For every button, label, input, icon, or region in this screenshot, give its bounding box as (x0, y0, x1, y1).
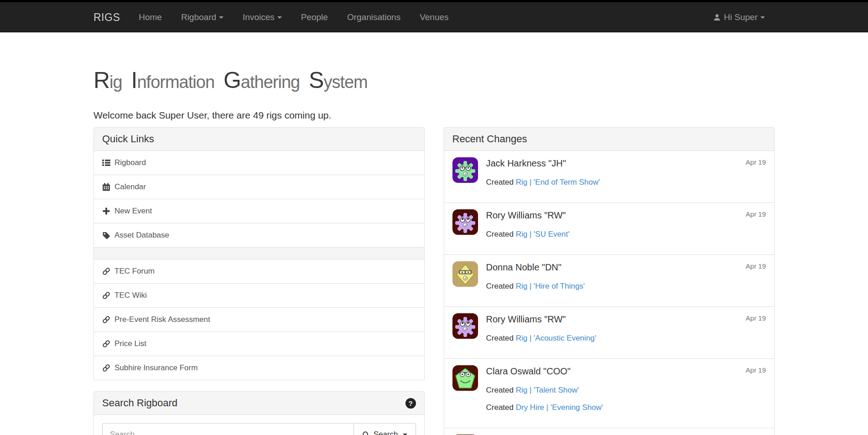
change-date: Apr 19 (746, 210, 766, 218)
recent-change-row: Clara Oswald "COO" Created Rig | 'Talent… (444, 358, 774, 428)
plus-icon (102, 207, 110, 215)
recent-change-row: Rory Williams "RW" Created Rig | 'Acoust… (444, 306, 774, 358)
user-icon (713, 3, 721, 33)
quick-links-list: Rigboard Calendar New Event Asset Databa… (94, 151, 424, 380)
change-action: Created Rig | 'SU Event' (486, 228, 766, 240)
brand-logo[interactable]: RIGS (94, 2, 129, 32)
change-date: Apr 19 (746, 158, 766, 166)
change-action: Created Rig | 'Talent Show' (486, 384, 766, 396)
link-icon (102, 364, 110, 372)
quick-links-panel: Quick Links Rigboard Calendar New Event (94, 127, 425, 380)
quick-links-header: Quick Links (94, 128, 424, 151)
navbar: RIGS Home Rigboard Invoices People Organ… (0, 2, 868, 32)
nav-item-invoices[interactable]: Invoices (233, 2, 291, 32)
person-name: Jack Harkness "JH" (486, 157, 766, 169)
avatar-monster-icon (452, 157, 478, 183)
chevron-down-icon (760, 16, 765, 19)
quick-link-new-event[interactable]: New Event (94, 199, 424, 223)
quick-link-pre-event-risk-assessment[interactable]: Pre-Event Risk Assessment (94, 307, 424, 331)
page-title: Rig Information Gathering System (94, 67, 774, 96)
quick-link-tec-forum[interactable]: TEC Forum (94, 259, 424, 283)
change-link[interactable]: Rig | 'End of Term Show' (516, 178, 600, 186)
avatar-monster-icon (452, 261, 478, 287)
person-name: Rory Williams "RW" (486, 209, 766, 221)
search-rigboard-title: Search Rigboard (102, 397, 177, 409)
quick-link-calendar[interactable]: Calendar (94, 175, 424, 199)
person-name: Donna Noble "DN" (486, 261, 766, 273)
link-icon (102, 291, 110, 300)
person-name: Clara Oswald "COO" (486, 365, 766, 377)
quick-links-title: Quick Links (102, 133, 154, 145)
nav-links: Home Rigboard Invoices People Organisati… (129, 2, 458, 32)
quick-link-subhire-insurance-form[interactable]: Subhire Insurance Form (94, 356, 424, 380)
link-icon (102, 267, 110, 275)
avatar-monster-icon (452, 209, 478, 235)
quick-link-rigboard[interactable]: Rigboard (94, 151, 424, 175)
nav-item-organisations[interactable]: Organisations (338, 2, 410, 32)
change-action: Created Rig | 'End of Term Show' (486, 176, 766, 188)
nav-item-home[interactable]: Home (129, 2, 172, 32)
quick-link-tec-wiki[interactable]: TEC Wiki (94, 283, 424, 307)
recent-change-row: Rory Williams "RW" Created Rig | 'SU Eve… (444, 202, 774, 254)
user-menu[interactable]: Hi Super (704, 2, 774, 32)
nav-item-rigboard[interactable]: Rigboard (172, 2, 233, 32)
nav-item-people[interactable]: People (291, 2, 338, 32)
change-action: Created Rig | 'Hire of Things' (486, 280, 766, 292)
chevron-down-icon (277, 16, 282, 19)
search-input[interactable] (102, 423, 353, 435)
change-link[interactable]: Rig | 'Talent Show' (516, 386, 579, 394)
recent-change-row: Donna Noble "DN" Created Rig | 'Hire of … (444, 254, 774, 306)
help-icon[interactable]: ? (405, 398, 416, 409)
quick-link-asset-database[interactable]: Asset Database (94, 223, 424, 247)
change-link[interactable]: Rig | 'Acoustic Evening' (516, 334, 596, 342)
avatar-monster-icon (452, 365, 478, 391)
link-icon (102, 340, 110, 348)
recent-changes-panel: Recent Changes Jack Harkness "JH" Create… (444, 127, 775, 435)
quick-link-price-list[interactable]: Price List (94, 331, 424, 356)
change-date: Apr 19 (746, 262, 766, 270)
chevron-down-icon (403, 434, 407, 435)
recent-change-row: Jack Harkness "JH" Created Rig | 'End of… (444, 151, 774, 202)
change-link[interactable]: Rig | 'Hire of Things' (516, 282, 585, 290)
recent-changes-title: Recent Changes (452, 133, 527, 145)
person-name: Rory Williams "RW" (486, 313, 766, 325)
change-action: Created Rig | 'Acoustic Evening' (486, 332, 766, 344)
change-action: Created Dry Hire | 'Evening Show' (486, 402, 766, 414)
nav-item-venues[interactable]: Venues (410, 2, 458, 32)
avatar-monster-icon (452, 313, 478, 339)
change-link[interactable]: Dry Hire | 'Evening Show' (516, 403, 603, 412)
calendar-icon (102, 183, 110, 191)
recent-changes-header: Recent Changes (444, 128, 774, 151)
change-link[interactable]: Rig | 'SU Event' (516, 230, 570, 238)
search-button[interactable]: Search (353, 423, 416, 435)
change-date: Apr 19 (746, 366, 766, 374)
search-rigboard-header: Search Rigboard ? (94, 392, 424, 415)
chevron-down-icon (219, 16, 223, 19)
list-icon (102, 159, 110, 167)
search-rigboard-panel: Search Rigboard ? Search (94, 391, 425, 435)
link-icon (102, 316, 110, 324)
change-date: Apr 19 (746, 314, 766, 322)
recent-changes-list: Jack Harkness "JH" Created Rig | 'End of… (444, 151, 774, 435)
quick-links-separator (94, 247, 424, 259)
search-icon (362, 431, 370, 435)
welcome-message: Welcome back Super User, there are 49 ri… (94, 109, 774, 122)
recent-change-row: Rory Williams "RW" Apr 19 (444, 428, 774, 435)
tag-icon (102, 231, 110, 239)
